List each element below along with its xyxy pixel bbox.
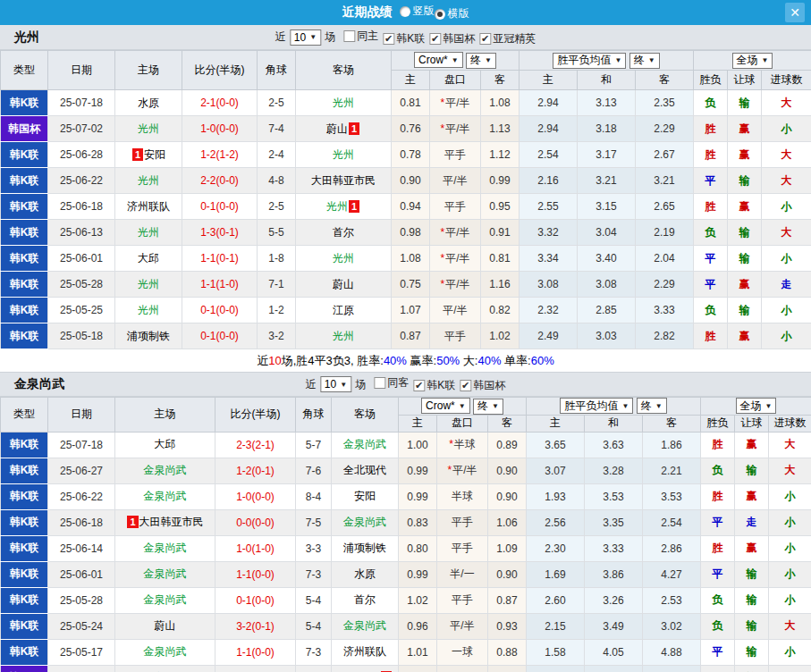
mean-home-odds: 2.49 — [520, 323, 578, 349]
fulltime-select[interactable]: 全场▼ — [732, 53, 773, 69]
view-mode-radio[interactable]: 竖版 — [400, 4, 435, 19]
odds-company-select[interactable]: Crow*▼ — [414, 52, 463, 68]
home-odds: 0.81 — [392, 90, 430, 116]
team-name-text: 金泉尚武 — [144, 645, 187, 658]
handicap-value: *半球 — [437, 432, 488, 458]
col-away: 客场 — [296, 51, 392, 90]
filter-checkbox[interactable]: 同主 — [343, 29, 378, 44]
handicap-value: *平/半 — [430, 90, 481, 116]
radio-label: 竖版 — [413, 4, 435, 19]
wdl-result: 平 — [701, 639, 735, 665]
match-score: 0-1(0-0) — [182, 323, 258, 349]
filter-checkbox[interactable]: ✔韩国杯 — [429, 31, 475, 46]
team-name-text: 首尔 — [354, 593, 376, 606]
handicap-value: *半球 — [437, 665, 488, 672]
col-score: 比分(半场) — [215, 398, 296, 433]
filter-checkbox[interactable]: ✔韩K联 — [413, 378, 455, 393]
mean-final-select[interactable]: 终▼ — [629, 53, 660, 69]
checkbox-icon[interactable]: ✔ — [460, 380, 471, 391]
match-score: 1-1(1-0) — [182, 272, 258, 298]
fulltime-group-header: 全场▼ — [694, 51, 811, 71]
home-odds: 0.96 — [399, 613, 437, 639]
handicap-result: 赢 — [735, 432, 769, 458]
radio-label: 横版 — [448, 6, 469, 21]
home-team: 金泉尚武 — [115, 458, 215, 483]
odds-final-select[interactable]: 终▼ — [473, 399, 503, 415]
corner-score: 7-1 — [258, 272, 296, 298]
checkbox-icon[interactable]: ✔ — [383, 33, 394, 45]
filter-bar: 近 10▼ 场 同客✔韩K联✔韩国杯 — [306, 375, 505, 393]
mean-draw-odds: 3.13 — [578, 90, 636, 116]
mean-draw-odds: 3.15 — [578, 194, 636, 220]
match-row: 韩K联25-06-13光州1-3(0-1)5-5首尔0.98*平/半0.913.… — [1, 220, 811, 246]
match-date: 25-05-28 — [48, 587, 115, 613]
corner-score: 3-2 — [258, 323, 296, 349]
summary-segment: 10 — [268, 354, 281, 367]
team-name-text: 光州 — [333, 330, 354, 342]
team-name-text: 光州 — [138, 226, 159, 239]
wdl-result: 负 — [694, 298, 728, 323]
mean-type-select[interactable]: 胜平负均值▼ — [560, 398, 633, 414]
league-badge: 韩国杯 — [1, 665, 48, 672]
filter-checkbox[interactable]: ✔亚冠精英 — [479, 31, 536, 46]
radio-icon[interactable] — [435, 9, 445, 20]
odds-final-select[interactable]: 终▼ — [466, 53, 496, 69]
team-name-text: 光州 — [138, 122, 159, 135]
corner-score: 10-5 — [296, 665, 332, 672]
match-count-value: 10 — [294, 31, 306, 44]
col-mean-draw: 和 — [585, 415, 643, 432]
mean-home-odds: 1.58 — [527, 639, 585, 665]
filter-checkbox[interactable]: ✔韩国杯 — [460, 378, 505, 393]
near-label: 近 — [275, 29, 286, 45]
close-button[interactable]: ✕ — [785, 3, 805, 22]
chevron-down-icon: ▼ — [648, 56, 655, 64]
team-name-text: 金泉尚武 — [343, 516, 386, 528]
radio-icon[interactable] — [400, 6, 410, 17]
handicap-value: 平手 — [437, 535, 488, 561]
goals-result: 大 — [769, 458, 811, 483]
summary-segment: 赢率: — [407, 354, 436, 367]
summary-segment: 40% — [477, 354, 501, 367]
goals-result: 小 — [769, 639, 811, 665]
mean-draw-odds: 3.26 — [585, 587, 643, 613]
fulltime-select[interactable]: 全场▼ — [736, 398, 777, 414]
filter-checkbox[interactable]: 同客 — [374, 375, 409, 391]
match-row: 韩K联25-05-17金泉尚武1-1(0-0)7-3济州联队1.01一球0.88… — [1, 639, 811, 665]
col-wdl: 胜负 — [694, 71, 728, 90]
odds-company-select[interactable]: Crow*▼ — [421, 398, 470, 414]
mean-final-select[interactable]: 终▼ — [637, 398, 667, 414]
col-date: 日期 — [48, 398, 115, 433]
match-count-select[interactable]: 10▼ — [290, 29, 321, 46]
away-odds: 1.09 — [488, 535, 527, 561]
checkbox-icon[interactable]: ✔ — [429, 33, 441, 45]
match-score: 2-1(0-0) — [182, 90, 258, 116]
checkbox-icon[interactable]: ✔ — [413, 380, 425, 391]
mean-away-odds: 2.04 — [636, 246, 694, 272]
checkbox-icon[interactable]: ✔ — [479, 33, 491, 45]
handicap-result: 赢 — [735, 483, 769, 509]
mean-draw-odds: 3.63 — [585, 432, 643, 458]
mean-home-odds: 3.08 — [520, 272, 578, 298]
mean-home-odds: 3.32 — [520, 220, 578, 246]
mean-type-select[interactable]: 胜平负均值▼ — [553, 53, 626, 69]
wdl-result: 胜 — [694, 194, 728, 220]
view-mode-radio[interactable]: 横版 — [435, 6, 469, 21]
chevron-down-icon: ▼ — [765, 402, 773, 410]
match-date: 25-06-01 — [48, 561, 115, 587]
col-mean-away: 客 — [636, 71, 694, 90]
col-type: 类型 — [1, 51, 48, 90]
team-name-text: 安阳 — [354, 490, 376, 502]
home-team: 浦项制铁 — [115, 323, 182, 349]
checkbox-icon[interactable] — [343, 30, 355, 42]
match-count-select[interactable]: 10▼ — [320, 376, 351, 392]
league-badge: 韩K联 — [1, 323, 48, 349]
mean-draw-odds: 3.18 — [578, 116, 636, 142]
handicap-value: 平手 — [430, 323, 481, 349]
away-odds: 0.89 — [488, 432, 527, 458]
mean-draw-odds: 3.28 — [585, 458, 643, 483]
checkbox-icon[interactable] — [374, 377, 385, 389]
mean-home-odds: 1.69 — [527, 561, 585, 587]
fulltime-value: 全场 — [737, 53, 758, 68]
home-odds: 0.83 — [399, 509, 437, 535]
filter-checkbox[interactable]: ✔韩K联 — [383, 31, 425, 46]
